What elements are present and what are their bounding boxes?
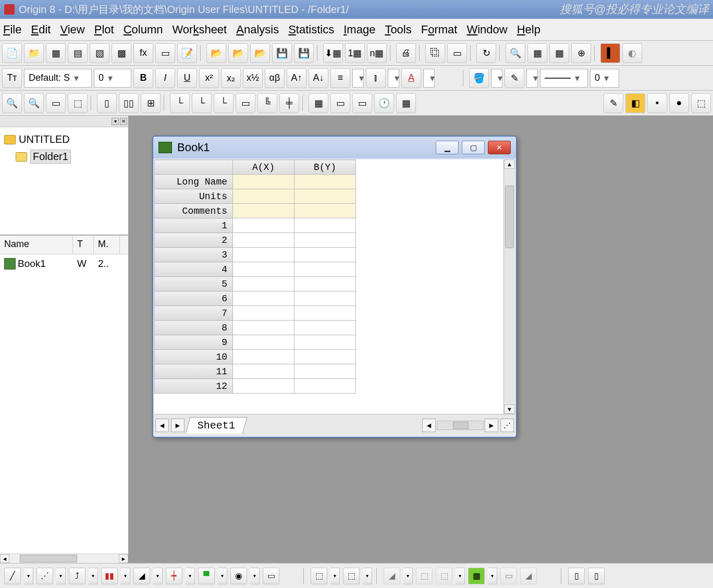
cell[interactable] (294, 204, 356, 218)
col-name[interactable]: Name (0, 236, 73, 254)
stats-plot-button[interactable]: ◢ (520, 568, 537, 584)
row-header[interactable]: 3 (155, 248, 233, 262)
tree-menu-button[interactable]: ▾ (112, 118, 119, 125)
supersub-button[interactable]: x½ (243, 68, 263, 88)
text-tool-button[interactable]: Tт (2, 68, 22, 88)
open-button[interactable]: 📂 (206, 43, 226, 63)
cell[interactable] (294, 277, 356, 291)
axis-left-button[interactable]: └ (170, 93, 190, 113)
worksheet-grid[interactable]: A(X) B(Y) Long Name Units Comments 1 2 3… (154, 160, 515, 436)
cell[interactable] (233, 218, 294, 233)
cell[interactable] (233, 350, 294, 364)
row-header[interactable]: 10 (155, 350, 233, 364)
row-units[interactable]: Units (155, 189, 233, 204)
3d-bars-button[interactable]: ⬚ (436, 568, 452, 584)
align-button[interactable]: ≡ (330, 68, 350, 88)
cell[interactable] (294, 306, 356, 321)
3d-xyz-button[interactable]: ⬚ (343, 568, 360, 584)
polar-plot-dropdown[interactable]: ▾ (250, 568, 260, 584)
hscroll-right[interactable]: ► (485, 419, 498, 432)
cell[interactable] (294, 262, 356, 277)
line-color-button[interactable]: ✎ (505, 68, 524, 88)
bold-button[interactable]: B (133, 68, 153, 88)
new-matrix-button[interactable]: ▩ (112, 43, 131, 63)
menu-help[interactable]: Help (517, 23, 540, 36)
new-folder-button[interactable]: 📁 (24, 43, 44, 63)
axis-break-button[interactable]: ╪ (279, 93, 299, 113)
lock-tool-button[interactable]: ● (669, 93, 689, 113)
new-notes-button[interactable]: 📝 (177, 43, 197, 63)
new-excel-button[interactable]: ▤ (68, 43, 88, 63)
duplicate-button[interactable]: ⿻ (425, 43, 445, 63)
new-graph-button[interactable]: ▧ (90, 43, 109, 63)
cell[interactable] (233, 175, 294, 189)
image-plot-dropdown[interactable]: ▾ (488, 568, 497, 584)
cell[interactable] (233, 189, 294, 204)
cell[interactable] (233, 364, 294, 379)
cell[interactable] (294, 321, 356, 335)
template-button[interactable]: ▭ (263, 568, 279, 584)
zoom-out-button[interactable]: 🔍 (24, 93, 44, 113)
layer-1-button[interactable]: ▯ (97, 93, 117, 113)
stock-plot-dropdown[interactable]: ▾ (186, 568, 195, 584)
resize-handle[interactable]: ⋰ (500, 419, 514, 432)
save-button[interactable]: 💾 (272, 43, 292, 63)
import-wizard-button[interactable]: ⬇▦ (323, 43, 343, 63)
line-spacing-button[interactable]: ⫿ (366, 68, 386, 88)
hscroll-track[interactable] (437, 421, 484, 430)
menu-analysis[interactable]: Analysis (236, 23, 279, 36)
grid-lines-button[interactable]: ▦ (309, 93, 328, 113)
3d-xyz-dropdown[interactable]: ▾ (363, 568, 372, 584)
new-color-button[interactable]: ▦ (396, 93, 416, 113)
cell[interactable] (294, 218, 356, 233)
scroll-thumb[interactable] (20, 555, 77, 562)
menu-plot[interactable]: Plot (94, 23, 114, 36)
menu-image[interactable]: Image (343, 23, 375, 36)
cell[interactable] (294, 291, 356, 306)
3d-xyy-dropdown[interactable]: ▾ (330, 568, 340, 584)
scroll-down-icon[interactable]: ▼ (504, 405, 515, 414)
row-header[interactable]: 4 (155, 262, 233, 277)
area-plot-dropdown[interactable]: ▾ (153, 568, 163, 584)
layer-4-button[interactable]: ⊞ (141, 93, 161, 113)
tree-root[interactable]: UNTITLED (3, 131, 125, 148)
refresh-button[interactable]: ↻ (476, 43, 496, 63)
3d-bars-dropdown[interactable]: ▾ (456, 568, 465, 584)
superscript-button[interactable]: x² (199, 68, 219, 88)
row-header[interactable]: 5 (155, 277, 233, 291)
maximize-button[interactable]: ▢ (462, 141, 485, 154)
tab-prev-button[interactable]: ◄ (155, 419, 169, 432)
rescale-button[interactable]: ▭ (46, 93, 66, 113)
import-single-button[interactable]: 1▦ (345, 43, 365, 63)
column-header-b[interactable]: B(Y) (294, 160, 356, 175)
menu-view[interactable]: View (60, 23, 84, 36)
scroll-up-icon[interactable]: ▲ (504, 160, 515, 169)
contour-plot-dropdown[interactable]: ▾ (218, 568, 227, 584)
data-tool-button[interactable]: ▪ (647, 93, 667, 113)
scroll-track[interactable] (9, 554, 119, 563)
column-plot-dropdown[interactable]: ▾ (121, 568, 130, 584)
decrease-font-button[interactable]: A↓ (309, 68, 328, 88)
line-color-dropdown[interactable]: ▾ (526, 69, 538, 88)
row-comments[interactable]: Comments (155, 204, 233, 218)
new-project-button[interactable]: 📄 (2, 43, 22, 63)
menu-worksheet[interactable]: Worksheet (172, 23, 227, 36)
new-window-button[interactable]: ▭ (447, 43, 467, 63)
tree-close-button[interactable]: ✕ (120, 118, 127, 125)
column-header-a[interactable]: A(X) (233, 160, 294, 175)
help-button[interactable]: ◐ (622, 43, 642, 63)
scatter-plot-dropdown[interactable]: ▾ (56, 568, 66, 584)
menu-edit[interactable]: Edit (31, 23, 51, 36)
mask-data-button[interactable]: ▯ (568, 568, 585, 584)
line-symbol-dropdown[interactable]: ▾ (89, 568, 98, 584)
legend-button[interactable]: ▭ (330, 93, 350, 113)
font-color-button[interactable]: A (401, 68, 421, 88)
open-excel-button[interactable]: 📂 (250, 43, 270, 63)
hscroll-left[interactable]: ◄ (422, 419, 436, 432)
area-plot-button[interactable]: ◢ (133, 568, 150, 584)
row-header[interactable]: 11 (155, 364, 233, 379)
hscroll-thumb[interactable] (453, 422, 469, 429)
line-width-select[interactable]: 0▾ (590, 69, 619, 88)
axis-box-button[interactable]: ▭ (236, 93, 255, 113)
row-header[interactable]: 2 (155, 233, 233, 248)
